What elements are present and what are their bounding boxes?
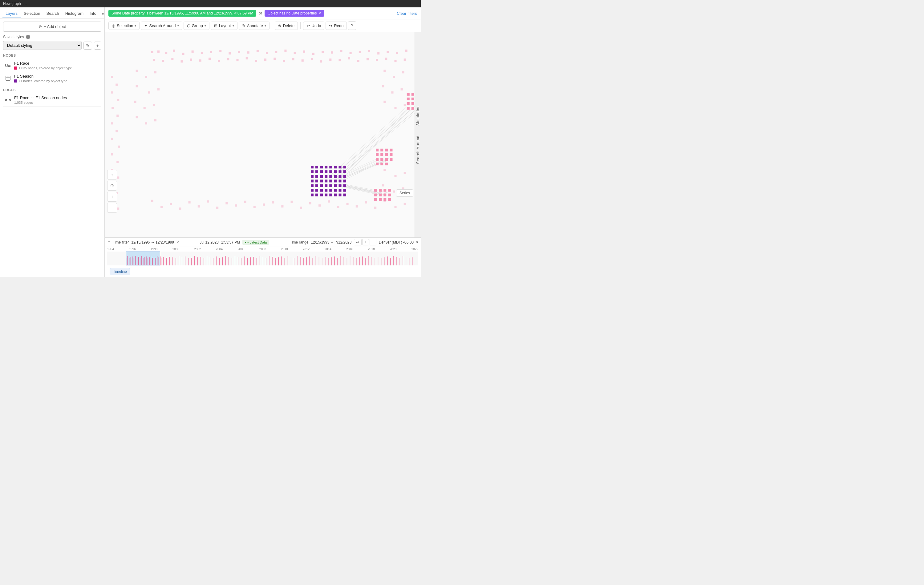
- svg-rect-221: [338, 194, 341, 196]
- time-filter-close-btn[interactable]: ×: [177, 240, 179, 245]
- series-button[interactable]: Series: [396, 190, 413, 197]
- selection-chevron-icon: ▾: [135, 24, 136, 27]
- filter-badge-nodate[interactable]: Object has no Date properties ×: [264, 10, 324, 16]
- filter-badge-date[interactable]: Some Date property is between 12/15/1996…: [109, 10, 256, 16]
- zoom-out-btn[interactable]: −: [107, 203, 117, 213]
- annotate-icon: ✎: [242, 23, 246, 28]
- saved-styles-label: Saved styles: [3, 35, 24, 39]
- svg-rect-114: [394, 206, 397, 208]
- svg-rect-308: [216, 257, 217, 265]
- filter-badge-nodate-close[interactable]: ×: [318, 11, 321, 15]
- style-select[interactable]: Default styling: [3, 41, 82, 50]
- sidebar-collapse-btn[interactable]: »: [99, 9, 107, 18]
- svg-rect-96: [145, 122, 147, 124]
- svg-rect-282: [149, 257, 150, 265]
- right-tab-search-around[interactable]: Search Around: [414, 130, 421, 169]
- upload-btn[interactable]: ↑: [107, 170, 117, 180]
- delete-button[interactable]: ⊗ Delete: [275, 21, 298, 30]
- svg-rect-95: [136, 116, 138, 118]
- svg-rect-219: [329, 194, 332, 196]
- svg-rect-329: [282, 257, 282, 265]
- undo-button[interactable]: ↩ Undo: [303, 21, 324, 30]
- latest-data-text: • Latest Data: [248, 241, 267, 244]
- svg-rect-31: [331, 51, 333, 54]
- crosshair-btn[interactable]: ⊕: [107, 181, 117, 191]
- svg-rect-135: [328, 201, 330, 203]
- tab-layers[interactable]: Layers: [2, 9, 21, 18]
- svg-rect-312: [229, 257, 229, 265]
- year-2012: 2012: [303, 247, 310, 251]
- tab-search[interactable]: Search: [43, 9, 62, 18]
- svg-rect-30: [322, 51, 324, 53]
- undo-icon: ↩: [307, 23, 310, 28]
- graph-canvas[interactable]: ↑ ⊕ + − Series Simulation: [105, 32, 421, 237]
- svg-rect-340: [316, 256, 316, 265]
- annotate-button[interactable]: ✎ Annotate ▾: [239, 21, 269, 30]
- search-around-button[interactable]: ✦ Search Around ▾: [141, 21, 182, 30]
- svg-rect-353: [356, 258, 356, 265]
- collapse-timeline-icon[interactable]: ⌃: [107, 240, 110, 244]
- clear-filters-button[interactable]: Clear filters: [397, 11, 417, 16]
- layout-button[interactable]: ⊞ Layout ▾: [211, 21, 238, 30]
- zoom-in-btn[interactable]: +: [107, 192, 117, 202]
- group-button[interactable]: ⬡ Group ▾: [183, 21, 210, 30]
- timeline-track[interactable]: [107, 252, 418, 265]
- svg-line-166: [346, 186, 390, 194]
- svg-rect-107: [383, 169, 386, 171]
- svg-rect-26: [284, 49, 286, 52]
- tab-selection[interactable]: Selection: [21, 9, 43, 18]
- svg-rect-211: [329, 189, 332, 192]
- year-2010: 2010: [281, 247, 288, 251]
- time-filter-label: Time filter: [113, 240, 129, 244]
- svg-rect-170: [325, 166, 327, 168]
- svg-rect-198: [343, 180, 346, 182]
- tab-histogram[interactable]: Histogram: [62, 9, 87, 18]
- timeline-button[interactable]: Timeline: [110, 268, 130, 275]
- svg-rect-191: [311, 180, 314, 182]
- svg-rect-128: [263, 204, 265, 206]
- svg-rect-104: [383, 101, 386, 103]
- saved-styles-info-icon[interactable]: i: [26, 35, 30, 39]
- year-2020: 2020: [389, 247, 396, 251]
- svg-rect-67: [404, 58, 406, 61]
- f1-race-meta: 1,035 nodes, colored by object type: [14, 66, 100, 70]
- right-tab-simulation[interactable]: Simulation: [414, 101, 421, 130]
- svg-rect-59: [329, 58, 332, 61]
- svg-rect-127: [254, 206, 256, 208]
- tab-info[interactable]: Info: [87, 9, 99, 18]
- timezone-chevron-btn[interactable]: ▾: [416, 240, 418, 244]
- svg-rect-45: [199, 59, 201, 62]
- svg-rect-64: [376, 59, 378, 61]
- edit-style-btn[interactable]: ✎: [84, 41, 92, 49]
- svg-rect-98: [383, 69, 386, 72]
- svg-rect-365: [393, 256, 394, 265]
- filter-badge-nodate-text: Object has no Date properties: [268, 11, 317, 15]
- svg-rect-371: [412, 257, 413, 265]
- redo-button[interactable]: ↪ Redo: [325, 21, 347, 30]
- svg-rect-284: [152, 258, 153, 265]
- year-2000: 2000: [172, 247, 179, 251]
- add-object-button[interactable]: ⊕ + Add object: [3, 21, 101, 32]
- svg-rect-108: [394, 175, 397, 177]
- svg-rect-194: [325, 180, 327, 182]
- graph-svg: [105, 32, 421, 237]
- svg-rect-294: [172, 257, 173, 265]
- svg-rect-13: [165, 52, 167, 54]
- timeline-link-btn[interactable]: ⇔: [354, 239, 361, 246]
- timeline-expand-btn[interactable]: +: [362, 239, 369, 246]
- svg-rect-237: [407, 107, 410, 110]
- add-style-btn[interactable]: +: [94, 41, 101, 49]
- year-2014: 2014: [324, 247, 331, 251]
- svg-rect-123: [216, 207, 218, 209]
- timeline-contract-btn[interactable]: −: [370, 239, 376, 246]
- svg-rect-180: [334, 170, 337, 173]
- right-panel: Simulation Search Around: [414, 32, 421, 237]
- undo-label: Undo: [311, 23, 321, 28]
- svg-rect-228: [407, 97, 410, 101]
- selection-button[interactable]: ◎ Selection ▾: [109, 21, 140, 30]
- edge-info: F1 Race ↔ F1 Season nodes 1,035 edges: [14, 96, 100, 104]
- svg-rect-53: [274, 58, 276, 60]
- help-button[interactable]: ?: [348, 21, 356, 30]
- svg-rect-99: [393, 76, 395, 78]
- svg-rect-233: [407, 102, 410, 105]
